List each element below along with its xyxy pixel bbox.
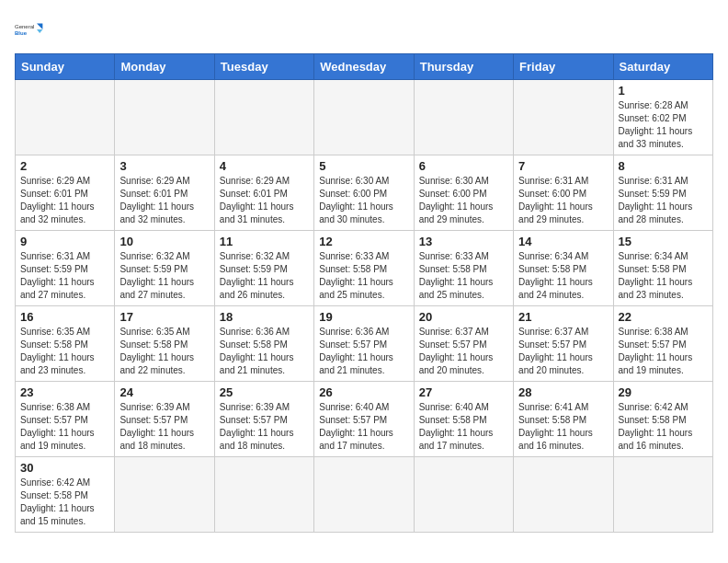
day-number: 16 (20, 310, 109, 324)
day-info: Sunrise: 6:37 AM Sunset: 5:57 PM Dayligh… (419, 326, 508, 377)
calendar-day-cell: 26Sunrise: 6:40 AM Sunset: 5:57 PM Dayli… (314, 382, 414, 457)
day-number: 19 (319, 310, 408, 324)
day-number: 17 (119, 310, 209, 324)
calendar-day-cell: 3Sunrise: 6:29 AM Sunset: 6:01 PM Daylig… (115, 155, 214, 231)
calendar-day-cell: 13Sunrise: 6:33 AM Sunset: 5:58 PM Dayli… (414, 231, 513, 306)
day-info: Sunrise: 6:39 AM Sunset: 5:57 PM Dayligh… (220, 401, 309, 453)
calendar-day-cell: 27Sunrise: 6:40 AM Sunset: 5:58 PM Dayli… (414, 382, 513, 457)
day-number: 15 (619, 235, 708, 248)
day-number: 18 (220, 310, 309, 324)
calendar-day-cell (214, 457, 313, 533)
day-info: Sunrise: 6:42 AM Sunset: 5:58 PM Dayligh… (20, 477, 109, 528)
calendar-day-cell: 20Sunrise: 6:37 AM Sunset: 5:57 PM Dayli… (414, 306, 513, 382)
day-number: 2 (20, 159, 109, 173)
day-info: Sunrise: 6:33 AM Sunset: 5:58 PM Dayligh… (419, 250, 508, 302)
day-number: 22 (619, 310, 708, 324)
day-number: 11 (220, 235, 309, 248)
calendar-day-cell (314, 457, 414, 533)
calendar-day-cell: 15Sunrise: 6:34 AM Sunset: 5:58 PM Dayli… (613, 231, 712, 306)
calendar-day-cell: 18Sunrise: 6:36 AM Sunset: 5:58 PM Dayli… (214, 306, 313, 382)
calendar-day-cell: 9Sunrise: 6:31 AM Sunset: 5:59 PM Daylig… (16, 231, 115, 306)
generalblue-logo-icon: GeneralBlue (15, 15, 44, 44)
day-info: Sunrise: 6:38 AM Sunset: 5:57 PM Dayligh… (20, 401, 109, 453)
day-info: Sunrise: 6:37 AM Sunset: 5:57 PM Dayligh… (518, 326, 608, 377)
calendar-day-cell: 21Sunrise: 6:37 AM Sunset: 5:57 PM Dayli… (514, 306, 613, 382)
day-info: Sunrise: 6:34 AM Sunset: 5:58 PM Dayligh… (619, 250, 708, 302)
calendar-day-cell: 28Sunrise: 6:41 AM Sunset: 5:58 PM Dayli… (514, 382, 613, 457)
svg-marker-3 (37, 29, 42, 33)
day-number: 14 (518, 235, 608, 248)
day-info: Sunrise: 6:39 AM Sunset: 5:57 PM Dayligh… (119, 401, 209, 453)
day-number: 29 (619, 385, 708, 399)
day-info: Sunrise: 6:31 AM Sunset: 5:59 PM Dayligh… (619, 175, 708, 226)
day-info: Sunrise: 6:36 AM Sunset: 5:58 PM Dayligh… (220, 326, 309, 377)
calendar-day-cell (115, 457, 214, 533)
day-number: 28 (518, 385, 608, 399)
calendar-day-cell: 24Sunrise: 6:39 AM Sunset: 5:57 PM Dayli… (115, 382, 214, 457)
day-info: Sunrise: 6:32 AM Sunset: 5:59 PM Dayligh… (220, 250, 309, 302)
calendar-day-cell: 2Sunrise: 6:29 AM Sunset: 6:01 PM Daylig… (16, 155, 115, 231)
day-number: 23 (20, 385, 109, 399)
calendar-header-saturday: Saturday (613, 54, 712, 80)
day-info: Sunrise: 6:29 AM Sunset: 6:01 PM Dayligh… (119, 175, 209, 226)
day-number: 27 (419, 385, 508, 399)
logo: GeneralBlue (15, 15, 44, 44)
day-number: 12 (319, 235, 408, 248)
calendar-day-cell (214, 80, 313, 155)
calendar: SundayMondayTuesdayWednesdayThursdayFrid… (15, 53, 713, 533)
calendar-day-cell: 29Sunrise: 6:42 AM Sunset: 5:58 PM Dayli… (613, 382, 712, 457)
calendar-header-friday: Friday (514, 54, 613, 80)
day-number: 6 (419, 159, 508, 173)
day-number: 25 (220, 385, 309, 399)
day-info: Sunrise: 6:40 AM Sunset: 5:57 PM Dayligh… (319, 401, 408, 453)
calendar-week-row: 16Sunrise: 6:35 AM Sunset: 5:58 PM Dayli… (16, 306, 713, 382)
day-info: Sunrise: 6:35 AM Sunset: 5:58 PM Dayligh… (119, 326, 209, 377)
day-number: 5 (319, 159, 408, 173)
calendar-header-tuesday: Tuesday (214, 54, 313, 80)
calendar-day-cell: 12Sunrise: 6:33 AM Sunset: 5:58 PM Dayli… (314, 231, 414, 306)
day-info: Sunrise: 6:34 AM Sunset: 5:58 PM Dayligh… (518, 250, 608, 302)
calendar-day-cell: 25Sunrise: 6:39 AM Sunset: 5:57 PM Dayli… (214, 382, 313, 457)
day-number: 24 (119, 385, 209, 399)
calendar-week-row: 1Sunrise: 6:28 AM Sunset: 6:02 PM Daylig… (16, 80, 713, 155)
calendar-day-cell: 22Sunrise: 6:38 AM Sunset: 5:57 PM Dayli… (613, 306, 712, 382)
calendar-header-sunday: Sunday (16, 54, 115, 80)
calendar-day-cell: 11Sunrise: 6:32 AM Sunset: 5:59 PM Dayli… (214, 231, 313, 306)
calendar-day-cell (514, 80, 613, 155)
calendar-day-cell: 6Sunrise: 6:30 AM Sunset: 6:00 PM Daylig… (414, 155, 513, 231)
calendar-day-cell: 1Sunrise: 6:28 AM Sunset: 6:02 PM Daylig… (613, 80, 712, 155)
day-number: 26 (319, 385, 408, 399)
day-info: Sunrise: 6:35 AM Sunset: 5:58 PM Dayligh… (20, 326, 109, 377)
day-number: 7 (518, 159, 608, 173)
day-number: 3 (119, 159, 209, 173)
calendar-day-cell: 30Sunrise: 6:42 AM Sunset: 5:58 PM Dayli… (16, 457, 115, 533)
calendar-day-cell (514, 457, 613, 533)
day-info: Sunrise: 6:29 AM Sunset: 6:01 PM Dayligh… (20, 175, 109, 226)
calendar-day-cell (314, 80, 414, 155)
calendar-header-thursday: Thursday (414, 54, 513, 80)
day-info: Sunrise: 6:42 AM Sunset: 5:58 PM Dayligh… (619, 401, 708, 453)
day-info: Sunrise: 6:28 AM Sunset: 6:02 PM Dayligh… (619, 99, 708, 151)
day-info: Sunrise: 6:38 AM Sunset: 5:57 PM Dayligh… (619, 326, 708, 377)
day-number: 4 (220, 159, 309, 173)
header: GeneralBlue (15, 15, 713, 44)
svg-marker-2 (37, 24, 42, 29)
day-number: 8 (619, 159, 708, 173)
day-info: Sunrise: 6:33 AM Sunset: 5:58 PM Dayligh… (319, 250, 408, 302)
calendar-day-cell (414, 80, 513, 155)
calendar-day-cell: 7Sunrise: 6:31 AM Sunset: 6:00 PM Daylig… (514, 155, 613, 231)
calendar-day-cell: 8Sunrise: 6:31 AM Sunset: 5:59 PM Daylig… (613, 155, 712, 231)
day-number: 21 (518, 310, 608, 324)
calendar-day-cell: 10Sunrise: 6:32 AM Sunset: 5:59 PM Dayli… (115, 231, 214, 306)
day-info: Sunrise: 6:30 AM Sunset: 6:00 PM Dayligh… (319, 175, 408, 226)
day-info: Sunrise: 6:29 AM Sunset: 6:01 PM Dayligh… (220, 175, 309, 226)
day-info: Sunrise: 6:36 AM Sunset: 5:57 PM Dayligh… (319, 326, 408, 377)
day-number: 9 (20, 235, 109, 248)
calendar-week-row: 2Sunrise: 6:29 AM Sunset: 6:01 PM Daylig… (16, 155, 713, 231)
calendar-day-cell (613, 457, 712, 533)
calendar-day-cell: 4Sunrise: 6:29 AM Sunset: 6:01 PM Daylig… (214, 155, 313, 231)
calendar-day-cell: 19Sunrise: 6:36 AM Sunset: 5:57 PM Dayli… (314, 306, 414, 382)
calendar-header-wednesday: Wednesday (314, 54, 414, 80)
calendar-week-row: 23Sunrise: 6:38 AM Sunset: 5:57 PM Dayli… (16, 382, 713, 457)
calendar-day-cell (115, 80, 214, 155)
